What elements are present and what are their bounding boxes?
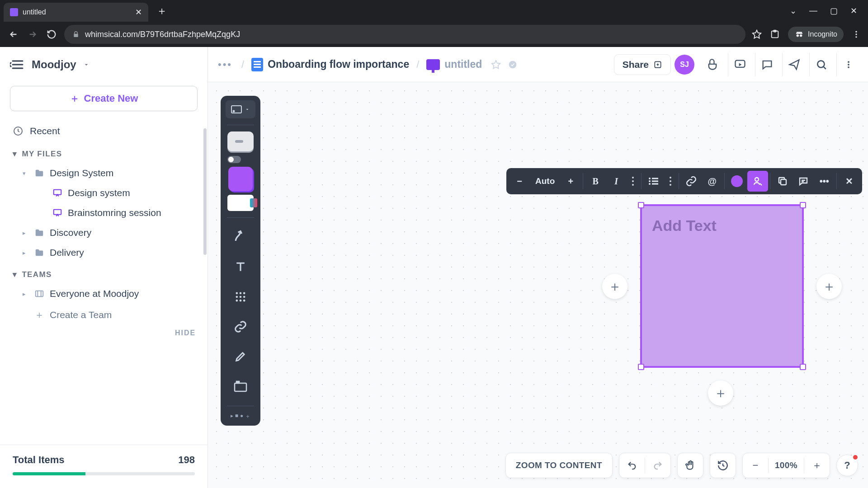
url-field[interactable]: whimsical.com/B79T6drtbaFzhpeMqZqgKJ — [64, 25, 745, 44]
scrollbar-thumb[interactable] — [203, 128, 207, 255]
workspace-name[interactable]: Moodjoy — [32, 58, 76, 71]
create-team-button[interactable]: ＋ Create a Team — [0, 304, 208, 326]
section-teams[interactable]: ▾ TEAMS — [0, 263, 208, 284]
duplicate-button[interactable] — [772, 171, 793, 192]
tree-folder-design-system[interactable]: ▾ Design System — [0, 163, 208, 183]
avatar[interactable]: SJ — [675, 55, 694, 75]
more-menu-button[interactable] — [836, 53, 860, 76]
undo-button[interactable] — [619, 453, 645, 478]
tool-connector[interactable] — [227, 224, 254, 250]
bold-button[interactable]: B — [585, 171, 606, 192]
list-more-button[interactable] — [664, 171, 677, 192]
zoom-out-button[interactable]: − — [743, 453, 768, 478]
resize-handle-tl[interactable] — [638, 202, 644, 208]
format-more-button[interactable]: ••• — [814, 171, 835, 192]
mention-button[interactable]: @ — [702, 171, 722, 192]
tree-folder-delivery[interactable]: ▸ Delivery — [0, 243, 208, 263]
share-label: Share — [623, 59, 649, 70]
list-button[interactable] — [643, 171, 664, 192]
tool-text[interactable] — [227, 254, 254, 280]
board-icon — [426, 59, 440, 70]
resize-handle-bl[interactable] — [638, 364, 644, 370]
nav-back-button[interactable] — [7, 28, 20, 41]
tab-overflow-icon[interactable]: ⌄ — [790, 6, 797, 16]
tool-grid[interactable] — [227, 284, 254, 310]
sidebar-collapse-button[interactable] — [10, 57, 25, 72]
section-my-files[interactable]: ▾ MY FILES — [0, 142, 208, 163]
resize-handle-tr[interactable] — [800, 202, 806, 208]
new-tab-button[interactable]: ＋ — [156, 4, 167, 18]
tool-wireframe[interactable] — [227, 131, 254, 151]
share-button[interactable]: Share — [614, 54, 671, 75]
hand-tool-button[interactable] — [678, 453, 703, 478]
nav-reload-button[interactable] — [45, 28, 58, 41]
tool-link[interactable] — [227, 314, 254, 340]
incognito-badge[interactable]: Incognito — [788, 27, 844, 42]
font-size-auto[interactable]: Auto — [530, 171, 560, 192]
zoom-group: − 100% ＋ — [742, 453, 830, 478]
section-my-files-label: MY FILES — [22, 150, 62, 159]
hide-button[interactable]: HIDE — [0, 326, 208, 340]
tool-card[interactable] — [227, 195, 254, 211]
tab-close-icon[interactable]: ✕ — [135, 7, 142, 17]
add-right-button[interactable]: ＋ — [816, 274, 842, 299]
folder-icon — [34, 228, 44, 238]
browser-tab[interactable]: untitled ✕ — [4, 3, 148, 22]
bookmark-star-icon[interactable] — [752, 29, 762, 39]
nav-forward-button[interactable] — [26, 28, 39, 41]
font-size-decrease-button[interactable]: − — [509, 171, 530, 192]
reactions-button[interactable] — [701, 53, 724, 76]
redo-button[interactable] — [645, 453, 670, 478]
present-button[interactable] — [728, 53, 751, 76]
favorite-star-icon[interactable] — [491, 60, 501, 70]
tool-frame[interactable] — [227, 373, 254, 399]
breadcrumb-current[interactable]: untitled — [426, 58, 482, 70]
extensions-icon[interactable] — [770, 29, 780, 39]
zoom-level[interactable]: 100% — [769, 453, 804, 478]
breadcrumb-overflow-button[interactable]: ••• — [216, 56, 234, 74]
search-button[interactable] — [809, 53, 833, 76]
breadcrumb-parent[interactable]: Onboarding flow importance — [251, 58, 409, 71]
text-more-button[interactable] — [627, 171, 639, 192]
send-button[interactable] — [782, 53, 806, 76]
tool-pencil[interactable] — [227, 343, 254, 370]
tree-team-everyone[interactable]: ▸ Everyone at Moodjoy — [0, 284, 208, 304]
browser-menu-icon[interactable] — [852, 30, 861, 39]
help-button[interactable]: ? — [836, 455, 858, 476]
create-new-button[interactable]: ＋ Create New — [10, 86, 198, 111]
add-bottom-button[interactable]: ＋ — [708, 380, 733, 406]
window-minimize-icon[interactable]: ― — [809, 6, 817, 16]
lock-icon — [72, 31, 80, 38]
svg-point-35 — [649, 178, 651, 179]
tree-folder-discovery[interactable]: ▸ Discovery — [0, 223, 208, 243]
add-left-button[interactable]: ＋ — [602, 274, 627, 299]
zoom-to-content-button[interactable]: ZOOM TO CONTENT — [506, 453, 612, 478]
palette-footer-icon[interactable]: ▸■●＋ — [227, 413, 254, 420]
tool-sticky-note[interactable] — [228, 167, 253, 191]
highlight-button[interactable] — [747, 171, 768, 192]
bottom-bar: ZOOM TO CONTENT — [505, 453, 858, 478]
link-button[interactable] — [681, 171, 702, 192]
italic-button[interactable]: I — [606, 171, 627, 192]
comments-button[interactable] — [755, 53, 778, 76]
sidebar-item-recent[interactable]: Recent — [0, 120, 208, 142]
palette-mode-selector[interactable] — [226, 100, 255, 118]
sidebar-footer: Total Items 198 — [0, 445, 208, 488]
canvas[interactable]: ▸■●＋ − Auto + B I — [208, 82, 868, 488]
version-history-button[interactable] — [710, 453, 736, 478]
favicon-icon — [10, 8, 18, 16]
window-close-icon[interactable]: ✕ — [850, 6, 857, 16]
comment-button[interactable] — [793, 171, 814, 192]
sidebar-scrollbar[interactable] — [203, 128, 208, 429]
font-size-increase-button[interactable]: + — [560, 171, 581, 192]
tree-board-design-system[interactable]: Design system — [0, 183, 208, 203]
close-toolbar-button[interactable]: ✕ — [839, 171, 859, 192]
zoom-in-button[interactable]: ＋ — [804, 453, 830, 478]
tree-board-brainstorming[interactable]: Brainstomring session — [0, 203, 208, 223]
chevron-down-icon[interactable] — [83, 61, 90, 68]
resize-handle-br[interactable] — [800, 364, 806, 370]
svg-point-43 — [670, 184, 671, 186]
color-swatch-button[interactable] — [726, 171, 747, 192]
sticky-note[interactable]: Add Text — [640, 204, 804, 368]
window-maximize-icon[interactable]: ▢ — [830, 6, 838, 16]
